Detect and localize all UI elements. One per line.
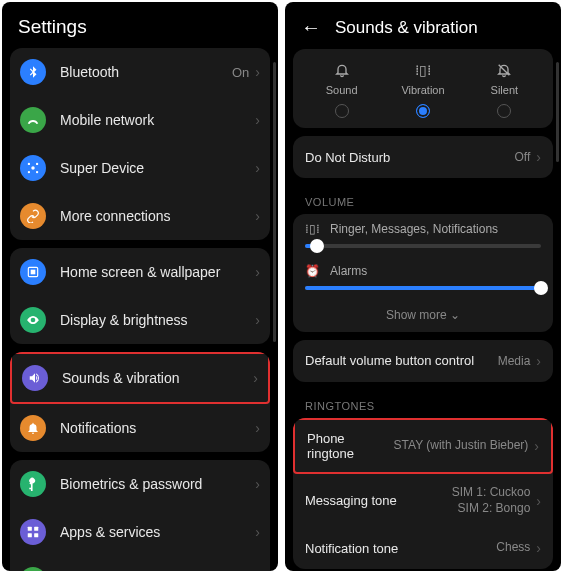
chevron-icon: › [255,264,260,280]
chevron-icon: › [255,420,260,436]
chevron-icon: › [534,438,539,454]
row-label: Notification tone [305,541,496,556]
ringtone-row[interactable]: Messaging toneSIM 1: CuckooSIM 2: Bongo› [293,474,553,527]
alarms-label: Alarms [330,264,367,278]
settings-item-apps[interactable]: Apps & services› [10,508,270,556]
radio[interactable] [497,104,511,118]
slider-thumb[interactable] [534,281,548,295]
sound-icon [22,365,48,391]
alarm-icon: ⏰ [305,264,320,278]
ringer-label: Ringer, Messages, Notifications [330,222,498,236]
bell-off-icon [496,61,512,79]
svg-point-2 [36,163,38,165]
show-more-button[interactable]: Show more ⌄ [293,298,553,332]
bell-o-icon [334,61,350,79]
settings-item-eye[interactable]: Display & brightness› [10,296,270,344]
row-label: More connections [60,208,255,224]
volume-card: ⁞▯⁞ Ringer, Messages, Notifications ⏰ Al… [293,214,553,332]
chevron-icon: › [536,149,541,165]
sounds-content: Sound⁞▯⁞VibrationSilent Do Not Disturb O… [285,49,561,571]
radio[interactable] [416,104,430,118]
ringtone-row[interactable]: Notification toneChess› [293,527,553,569]
row-value: On [232,65,249,80]
mode-sound[interactable]: Sound [301,61,382,118]
settings-item-super[interactable]: Super Device› [10,144,270,192]
sounds-screen: ← Sounds & vibration Sound⁞▯⁞VibrationSi… [285,2,561,571]
row-label: Sounds & vibration [62,370,253,386]
row-label: Home screen & wallpaper [60,264,255,280]
row-value: SIM 1: CuckooSIM 2: Bongo [452,485,531,516]
chevron-icon: › [255,208,260,224]
dnd-label: Do Not Disturb [305,150,515,165]
vibrate-icon: ⁞▯⁞ [305,222,320,236]
ringtones-card: Phone ringtoneSTAY (with Justin Bieber)›… [293,418,553,569]
row-label: Display & brightness [60,312,255,328]
chevron-icon: › [255,476,260,492]
battery-icon [20,567,46,571]
apps-icon [20,519,46,545]
chevron-icon: › [536,540,541,556]
sounds-header: ← Sounds & vibration [285,2,561,49]
mode-label: Vibration [401,84,444,96]
ringer-slider[interactable] [305,244,541,248]
page-title: Settings [18,16,87,38]
svg-point-3 [28,171,30,173]
super-icon [20,155,46,181]
row-value: STAY (with Justin Bieber) [394,438,529,454]
row-label: Notifications [60,420,255,436]
svg-point-4 [36,171,38,173]
sound-mode-card: Sound⁞▯⁞VibrationSilent [293,49,553,128]
chevron-icon: › [255,160,260,176]
row-label: Mobile network [60,112,255,128]
settings-item-mobile[interactable]: Mobile network› [10,96,270,144]
ringtones-header: RINGTONES [293,390,553,418]
settings-item-battery[interactable]: Battery› [10,556,270,571]
settings-screen: Settings BluetoothOn›Mobile network›Supe… [2,2,278,571]
settings-item-link[interactable]: More connections› [10,192,270,240]
settings-item-key[interactable]: Biometrics & password› [10,460,270,508]
svg-rect-8 [34,527,38,531]
home-icon [20,259,46,285]
scrollbar[interactable] [556,62,559,162]
vibrate-icon: ⁞▯⁞ [415,61,431,79]
settings-item-sound[interactable]: Sounds & vibration› [10,352,270,404]
svg-point-1 [28,163,30,165]
chevron-icon: › [255,64,260,80]
settings-item-bell[interactable]: Notifications› [10,404,270,452]
row-label: Phone ringtone [307,431,394,461]
chevron-icon: › [255,112,260,128]
slider-thumb[interactable] [310,239,324,253]
eye-icon [20,307,46,333]
row-label: Biometrics & password [60,476,255,492]
svg-point-0 [31,166,35,170]
svg-rect-6 [31,270,36,275]
default-btn-label: Default volume button control [305,353,498,370]
mode-vibration[interactable]: ⁞▯⁞Vibration [382,61,463,118]
back-icon[interactable]: ← [301,16,321,39]
svg-rect-10 [34,533,38,537]
bluetooth-icon [20,59,46,85]
alarms-volume-row: ⏰ Alarms [293,256,553,298]
chevron-down-icon: ⌄ [450,308,460,322]
chevron-icon: › [536,493,541,509]
default-volume-button-row[interactable]: Default volume button control Media › [293,340,553,382]
radio[interactable] [335,104,349,118]
mode-label: Silent [491,84,519,96]
default-button-card: Default volume button control Media › [293,340,553,382]
settings-item-bluetooth[interactable]: BluetoothOn› [10,48,270,96]
alarms-slider[interactable] [305,286,541,290]
mode-silent[interactable]: Silent [464,61,545,118]
mode-selector: Sound⁞▯⁞VibrationSilent [293,49,553,128]
scrollbar[interactable] [273,62,276,342]
ringer-volume-row: ⁞▯⁞ Ringer, Messages, Notifications [293,214,553,256]
svg-rect-9 [28,533,32,537]
chevron-icon: › [255,312,260,328]
dnd-row[interactable]: Do Not Disturb Off › [293,136,553,178]
row-label: Bluetooth [60,64,232,80]
settings-item-home[interactable]: Home screen & wallpaper› [10,248,270,296]
chevron-icon: › [253,370,258,386]
volume-header: VOLUME [293,186,553,214]
dnd-card: Do Not Disturb Off › [293,136,553,178]
mobile-icon [20,107,46,133]
ringtone-row[interactable]: Phone ringtoneSTAY (with Justin Bieber)› [293,418,553,474]
